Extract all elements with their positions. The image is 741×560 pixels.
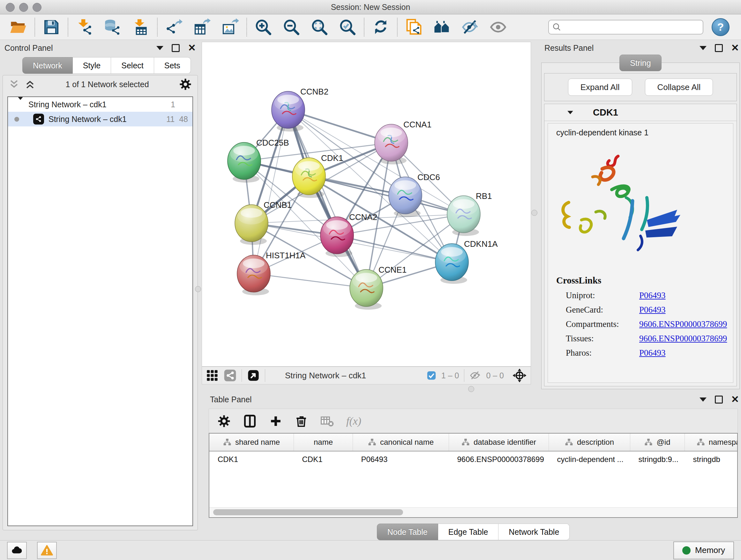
bottom-splitter-handle[interactable] <box>468 386 474 392</box>
results-panel-menu-icon[interactable] <box>699 46 706 50</box>
column-header--id[interactable]: @id <box>630 434 685 451</box>
column-header-canonical-name[interactable]: canonical name <box>353 434 449 451</box>
crosslink-label: Uniprot: <box>566 291 639 300</box>
network-collection-row[interactable]: String Network – cdk1 1 <box>8 97 192 112</box>
gene-section-header[interactable]: CDK1 <box>544 104 737 121</box>
tab-node-table[interactable]: Node Table <box>377 523 438 540</box>
tab-edge-table[interactable]: Edge Table <box>438 523 499 540</box>
control-panel-body: 1 of 1 Network selected String Network –… <box>3 75 198 530</box>
network-node-CCNE1[interactable]: CCNE1 <box>350 265 407 310</box>
import-network-database-icon[interactable] <box>104 18 122 37</box>
save-session-icon[interactable] <box>42 18 61 37</box>
network-row[interactable]: String Network – cdk1 11 48 <box>8 112 192 126</box>
node-label: CDC6 <box>417 172 440 182</box>
gene-collapse-icon[interactable] <box>567 111 573 114</box>
control-panel-float-icon[interactable] <box>172 44 180 52</box>
detach-view-icon[interactable] <box>247 369 260 382</box>
crosslink-link[interactable]: 9606.ENSP00000378699 <box>639 334 727 344</box>
cloud-status-button[interactable] <box>7 542 27 559</box>
network-node-CDK1[interactable]: CDK1 <box>292 153 343 198</box>
refresh-layout-icon[interactable] <box>372 18 390 37</box>
protein-structure-image <box>551 142 730 269</box>
tab-select[interactable]: Select <box>111 57 154 74</box>
column-header-shared-name[interactable]: shared name <box>209 434 294 451</box>
network-options-gear-icon[interactable] <box>179 78 192 91</box>
results-panel-close-icon[interactable]: ✕ <box>731 43 739 53</box>
bundled-apps-icon[interactable] <box>433 18 451 37</box>
node-label: CDK1 <box>321 153 343 163</box>
tab-network[interactable]: Network <box>22 57 73 74</box>
zoom-in-icon[interactable] <box>254 18 273 37</box>
network-node-CDKN1A[interactable]: CDKN1A <box>435 239 498 284</box>
export-image-icon[interactable] <box>221 18 239 37</box>
search-box[interactable] <box>548 20 703 35</box>
table-tabs: Node TableEdge TableNetwork Table <box>205 523 741 540</box>
column-header-name[interactable]: name <box>294 434 353 451</box>
window-titlebar: Session: New Session <box>0 0 741 14</box>
open-session-icon[interactable] <box>9 18 27 37</box>
crosslink-link[interactable]: P06493 <box>639 291 666 300</box>
create-column-plus-icon[interactable] <box>269 415 282 428</box>
control-panel-menu-icon[interactable] <box>156 46 163 50</box>
network-canvas[interactable]: CCNB2CCNA1CDC25BCDK1CDC6RB1CCNB1CCNA2CDK… <box>202 42 531 367</box>
import-network-file-icon[interactable] <box>75 18 94 37</box>
crosslink-link[interactable]: P06493 <box>639 305 666 315</box>
table-panel-float-icon[interactable] <box>715 395 723 403</box>
tab-sets[interactable]: Sets <box>154 57 191 74</box>
expand-all-button[interactable]: Expand All <box>568 78 632 96</box>
network-node-CCNA1[interactable]: CCNA1 <box>375 120 431 165</box>
import-table-icon[interactable] <box>131 18 150 37</box>
fit-content-crosshair-icon[interactable] <box>512 368 527 383</box>
control-panel-close-icon[interactable]: ✕ <box>188 43 196 53</box>
tab-string[interactable]: String <box>619 55 661 71</box>
node-table[interactable]: shared namenamecanonical namedatabase id… <box>209 433 738 518</box>
zoom-selected-icon[interactable] <box>338 18 357 37</box>
string-protein-query-icon[interactable] <box>405 18 423 37</box>
expand-all-networks-icon[interactable] <box>24 79 36 90</box>
scrollbar-thumb[interactable] <box>213 509 403 515</box>
table-panel-menu-icon[interactable] <box>699 397 706 401</box>
export-table-icon[interactable] <box>193 18 211 37</box>
column-header-database-identifier[interactable]: database identifier <box>449 434 549 451</box>
zoom-fit-icon[interactable] <box>310 18 329 37</box>
network-node-HIST1H1A[interactable]: HIST1H1A <box>237 251 306 295</box>
delete-table-icon <box>320 414 334 428</box>
network-node-CCNA2[interactable]: CCNA2 <box>320 212 377 257</box>
help-button[interactable]: ? <box>712 18 730 36</box>
search-input[interactable] <box>562 22 699 32</box>
tab-network-table[interactable]: Network Table <box>498 523 569 540</box>
right-splitter-handle[interactable] <box>531 210 537 216</box>
birds-eye-view-icon[interactable] <box>206 369 219 382</box>
results-panel-float-icon[interactable] <box>715 44 723 52</box>
memory-button[interactable]: Memory <box>673 542 734 559</box>
network-node-CCNB2[interactable]: CCNB2 <box>272 87 328 132</box>
node-label: CCNA1 <box>403 120 431 129</box>
zoom-out-icon[interactable] <box>282 18 300 37</box>
column-header-namespac[interactable]: namespac <box>685 434 738 451</box>
network-thumbnail-icon[interactable] <box>224 369 237 382</box>
show-column-icon[interactable] <box>243 414 257 428</box>
crosslink-link[interactable]: P06493 <box>639 348 666 358</box>
export-network-icon[interactable] <box>165 18 183 37</box>
table-panel-close-icon[interactable]: ✕ <box>731 395 739 404</box>
left-splitter-handle[interactable] <box>195 286 201 292</box>
control-panel-tabs: NetworkStyleSelectSets <box>22 57 198 74</box>
tab-style[interactable]: Style <box>73 57 111 74</box>
collapse-all-button[interactable]: Collapse All <box>645 78 713 96</box>
network-node-RB1[interactable]: RB1 <box>447 191 492 236</box>
table-horizontal-scrollbar[interactable] <box>209 507 737 517</box>
hide-unhide-icon[interactable] <box>461 18 479 37</box>
table-row[interactable]: CDK1CDK1P064939606.ENSP00000378699cyclin… <box>209 451 738 468</box>
collection-collapse-icon[interactable] <box>17 100 24 109</box>
network-node-CDC6[interactable]: CDC6 <box>389 172 440 217</box>
table-options-gear-icon[interactable] <box>217 415 231 428</box>
warnings-button[interactable] <box>37 542 57 559</box>
collapse-all-networks-icon[interactable] <box>9 79 19 90</box>
crosslink-link[interactable]: 9606.ENSP00000378699 <box>639 319 727 329</box>
memory-status-dot <box>682 546 690 555</box>
column-header-description[interactable]: description <box>549 434 630 451</box>
selected-checkbox-icon[interactable] <box>427 371 436 380</box>
table-panel-title: Table Panel <box>210 395 252 404</box>
delete-column-trash-icon[interactable] <box>294 415 308 428</box>
show-graphics-details-icon[interactable] <box>489 18 508 37</box>
